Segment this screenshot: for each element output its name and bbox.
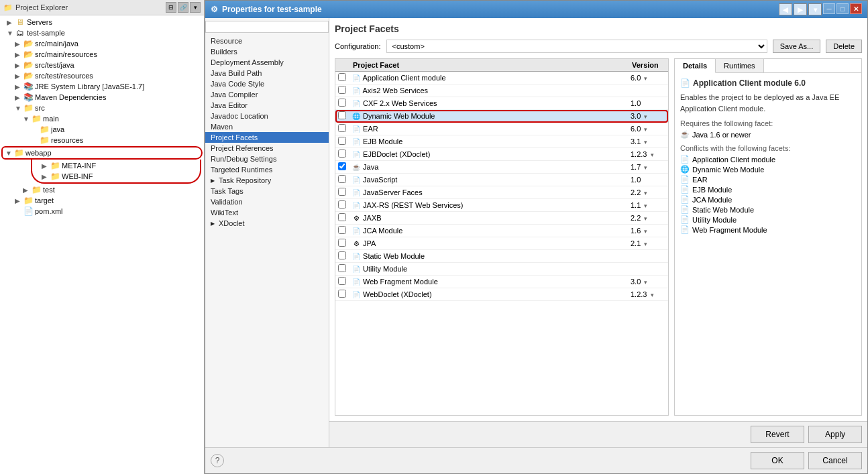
nav-item-deployment-assembly[interactable]: Deployment Assembly — [205, 57, 329, 68]
tree-item-jre[interactable]: ▶ 📚 JRE System Library [JavaSE-1.7] — [1, 81, 203, 92]
version-dropdown[interactable]: ▾ — [644, 113, 647, 120]
facet-checkbox-cxf[interactable] — [338, 99, 346, 107]
tree-item-maven-deps[interactable]: ▶ 📚 Maven Dependencies — [1, 92, 203, 103]
nav-item-builders[interactable]: Builders — [205, 46, 329, 57]
expand-icon: ▶ — [15, 72, 23, 80]
help-button[interactable]: ? — [211, 454, 224, 467]
link-editor-icon[interactable]: 🔗 — [178, 2, 188, 13]
nav-item-resource[interactable]: Resource — [205, 36, 329, 46]
facet-checkbox-static-web[interactable] — [338, 251, 346, 259]
version-dropdown[interactable]: ▾ — [644, 241, 647, 247]
expand-icon: ▶ — [15, 62, 23, 69]
nav-item-java-code-style[interactable]: Java Code Style — [205, 78, 329, 89]
facet-icon: 📄 — [351, 264, 361, 274]
nav-item-java-compiler[interactable]: Java Compiler — [205, 89, 329, 100]
facet-checkbox-ejb-module[interactable] — [338, 137, 346, 145]
facet-checkbox-ear[interactable] — [338, 124, 346, 132]
expand-icon: ▶ — [23, 186, 31, 194]
tree-item-web-inf[interactable]: ▶ 📁 WEB-INF — [32, 171, 200, 182]
version-dropdown[interactable]: ▾ — [644, 164, 647, 171]
tree-item-src-test-resources[interactable]: ▶ 📂 src/test/resources — [1, 70, 203, 81]
tree-item-src-test-java[interactable]: ▶ 📂 src/test/java — [1, 60, 203, 70]
tree-item-src-main-resources[interactable]: ▶ 📂 src/main/resources — [1, 49, 203, 60]
apply-button[interactable]: Apply — [808, 426, 862, 443]
ok-button[interactable]: OK — [751, 452, 804, 469]
nav-item-targeted-runtimes[interactable]: Targeted Runtimes — [205, 164, 329, 175]
nav-search-input[interactable] — [205, 21, 329, 33]
forward-button[interactable]: ▶ — [794, 3, 807, 15]
version-dropdown[interactable]: ▾ — [644, 202, 647, 209]
delete-button[interactable]: Delete — [826, 40, 862, 53]
tree-item-meta-inf[interactable]: ▶ 📁 META-INF — [32, 160, 200, 171]
facet-checkbox-jaxb[interactable] — [338, 213, 346, 221]
facet-label: Java — [363, 163, 378, 171]
facet-checkbox-axis2[interactable] — [338, 86, 346, 94]
tab-runtimes[interactable]: Runtimes — [716, 59, 763, 72]
tree-item-src-main-java[interactable]: ▶ 📂 src/main/java — [1, 38, 203, 49]
minimize-button[interactable]: ─ — [823, 3, 835, 14]
table-row: 📄 Utility Module — [335, 263, 668, 276]
nav-item-java-build-path[interactable]: Java Build Path — [205, 68, 329, 78]
dropdown-button[interactable]: ▾ — [808, 3, 822, 15]
facet-icon: 📄 — [351, 86, 361, 95]
facet-checkbox-jpa[interactable] — [338, 239, 346, 247]
tree-item-webapp[interactable]: ▼ 📁 webapp — [1, 146, 203, 160]
revert-button[interactable]: Revert — [751, 426, 804, 443]
facet-checkbox-webdoclet[interactable] — [338, 290, 346, 298]
java-icon: ☕ — [351, 162, 361, 172]
nav-item-task-tags[interactable]: Task Tags — [205, 186, 329, 196]
src-main-java-label: src/main/java — [35, 40, 78, 48]
tree-item-main[interactable]: ▼ 📁 main — [1, 113, 203, 124]
facet-checkbox-jca[interactable] — [338, 226, 346, 234]
version-dropdown[interactable]: ▾ — [644, 279, 647, 286]
details-conflict-item-2: 📄 EAR — [680, 175, 856, 184]
nav-item-javadoc-location[interactable]: Javadoc Location — [205, 111, 329, 121]
save-as-button[interactable]: Save As... — [773, 40, 821, 53]
tree-item-target[interactable]: ▶ 📁 target — [1, 195, 203, 206]
version-dropdown[interactable]: ▾ — [651, 152, 654, 158]
nav-item-maven[interactable]: Maven — [205, 121, 329, 132]
facet-checkbox-ejbdoclet[interactable] — [338, 150, 346, 158]
config-select[interactable]: <custom> — [386, 40, 767, 53]
back-button[interactable]: ◀ — [779, 3, 792, 15]
tree-item-pom[interactable]: 📄 pom.xml — [1, 206, 203, 217]
nav-item-project-facets[interactable]: Project Facets — [205, 132, 329, 143]
tree-item-servers[interactable]: ▶ 🖥 Servers — [1, 17, 203, 27]
facet-checkbox-javascript[interactable] — [338, 175, 346, 183]
version-dropdown[interactable]: ▾ — [644, 215, 647, 222]
nav-item-xdoclet[interactable]: XDoclet — [205, 218, 329, 229]
tree-item-src[interactable]: ▼ 📁 src — [1, 103, 203, 113]
nav-item-java-editor[interactable]: Java Editor — [205, 100, 329, 111]
facet-checkbox-jax-rs[interactable] — [338, 200, 346, 209]
view-menu-icon[interactable]: ▾ — [190, 2, 201, 13]
facet-checkbox-web-fragment[interactable] — [338, 277, 346, 285]
nav-item-validation[interactable]: Validation — [205, 196, 329, 207]
nav-item-wikitext[interactable]: WikiText — [205, 207, 329, 218]
version-dropdown[interactable]: ▾ — [644, 126, 647, 133]
version-dropdown[interactable]: ▾ — [644, 228, 647, 235]
version-dropdown[interactable]: ▾ — [644, 75, 647, 82]
facet-checkbox-java[interactable] — [338, 162, 346, 170]
maximize-button[interactable]: □ — [836, 3, 849, 14]
tree-item-test-sample[interactable]: ▼ 🗂 test-sample — [1, 27, 203, 38]
cancel-button[interactable]: Cancel — [808, 452, 862, 469]
nav-item-task-repository[interactable]: Task Repository — [205, 175, 329, 186]
tree-item-java[interactable]: 📁 java — [1, 124, 203, 135]
version-dropdown[interactable]: ▾ — [644, 139, 647, 145]
tree-item-resources[interactable]: 📁 resources — [1, 135, 203, 145]
facet-checkbox-app-client[interactable] — [338, 73, 346, 81]
tree-item-test[interactable]: ▶ 📁 test — [1, 184, 203, 195]
version-dropdown[interactable]: ▾ — [651, 292, 654, 298]
nav-item-run-debug-settings[interactable]: Run/Debug Settings — [205, 154, 329, 164]
collapse-all-icon[interactable]: ⊟ — [166, 2, 176, 13]
nav-item-project-references[interactable]: Project References — [205, 143, 329, 154]
version-dropdown[interactable]: ▾ — [644, 190, 647, 196]
nav-label-wikitext: WikiText — [211, 209, 238, 217]
conflict-icon-5: 📄 — [680, 205, 690, 214]
tab-details[interactable]: Details — [675, 59, 716, 73]
facets-table-wrap: Project Facet Version 📄 Applica — [335, 58, 669, 416]
facet-checkbox-utility[interactable] — [338, 264, 346, 272]
close-button[interactable]: ✕ — [850, 3, 862, 14]
facet-checkbox-dynamic-web[interactable] — [338, 111, 346, 119]
facet-checkbox-jsf[interactable] — [338, 188, 346, 196]
